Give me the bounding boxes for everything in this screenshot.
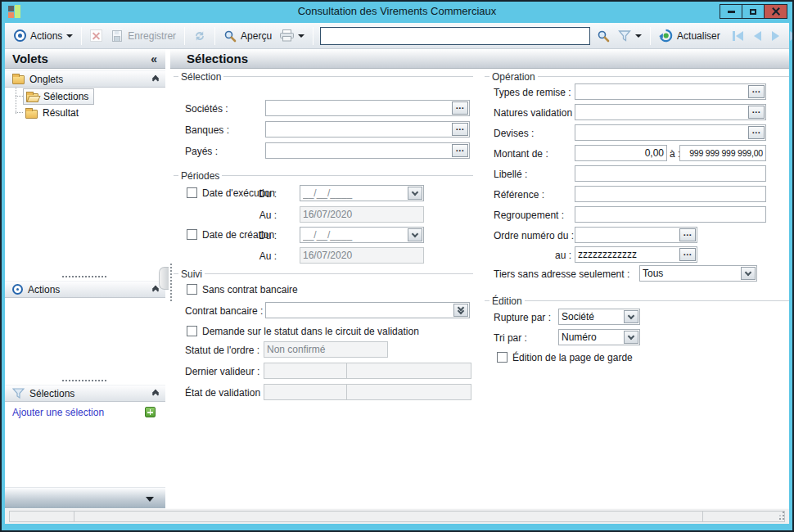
- reference-input[interactable]: [575, 186, 766, 202]
- filter-button[interactable]: [614, 25, 646, 47]
- panel-splitter-dots[interactable]: [62, 380, 106, 381]
- filter-chevron-icon: [635, 34, 642, 38]
- ordre-au-input[interactable]: [575, 247, 679, 262]
- refresh-button[interactable]: [189, 25, 210, 47]
- delete-button[interactable]: [86, 25, 106, 47]
- banques-browse-button[interactable]: ...: [452, 123, 468, 136]
- actualiser-button-label: Actualiser: [677, 30, 720, 42]
- nav-last-button[interactable]: [790, 31, 794, 41]
- au-label: Au :: [254, 210, 277, 221]
- payes-browse-button[interactable]: ...: [452, 144, 468, 157]
- regroupement-input[interactable]: [575, 206, 766, 223]
- search-button[interactable]: [593, 25, 614, 47]
- sans-contrat-checkbox[interactable]: [187, 284, 197, 295]
- nav-next-button[interactable]: [772, 31, 779, 41]
- nav-next-icon: [772, 31, 779, 41]
- natures-validation-browse-button[interactable]: ...: [748, 106, 765, 119]
- folder-icon: [25, 110, 38, 119]
- execution-date-checkbox[interactable]: [187, 187, 197, 198]
- rupture-dropdown-button[interactable]: [624, 310, 638, 323]
- section-selections-label: Sélections: [29, 388, 74, 399]
- demande-statut-checkbox[interactable]: [187, 326, 197, 336]
- execution-du-input[interactable]: [300, 186, 408, 201]
- ordre-du-input[interactable]: [575, 228, 679, 242]
- toolbar-separator: [313, 27, 314, 45]
- save-button[interactable]: Enregistrer: [106, 25, 180, 47]
- tri-dropdown-button[interactable]: [624, 331, 638, 344]
- tiers-sans-adresse-input[interactable]: [640, 266, 741, 281]
- collapse-chevron-up-icon[interactable]: [153, 286, 158, 293]
- maximize-icon: [750, 9, 756, 15]
- payes-input[interactable]: [266, 143, 452, 158]
- creation-au-input: [300, 247, 424, 264]
- actualiser-button[interactable]: Actualiser: [655, 25, 724, 47]
- section-onglets-header[interactable]: Onglets: [5, 70, 165, 88]
- contrat-bancaire-label: Contrat bancaire :: [185, 305, 263, 317]
- payes-field: ...: [265, 142, 470, 159]
- libelle-input[interactable]: [575, 165, 766, 182]
- devises-browse-button[interactable]: ...: [748, 126, 765, 139]
- nav-first-arrow-icon: [736, 31, 743, 41]
- creation-date-checkbox[interactable]: [187, 229, 197, 240]
- page-garde-checkbox[interactable]: [497, 352, 508, 363]
- panel-bottom-bar[interactable]: [5, 487, 165, 509]
- ordre-au-browse-button[interactable]: ...: [679, 248, 696, 261]
- actions-button[interactable]: Actions: [10, 25, 77, 47]
- ordre-du-browse-button[interactable]: ...: [679, 228, 696, 241]
- execution-du-dropdown-button[interactable]: [408, 187, 422, 200]
- types-remise-input[interactable]: [575, 84, 748, 99]
- page-title: Sélections: [187, 52, 248, 65]
- nav-first-button[interactable]: [733, 31, 743, 41]
- nav-previous-button[interactable]: [754, 31, 761, 41]
- tree-item-selections[interactable]: Sélections: [23, 88, 94, 105]
- libelle-label: Libellé :: [494, 169, 527, 180]
- rupture-par-input[interactable]: [559, 309, 624, 324]
- panel-collapse-button[interactable]: «: [151, 53, 157, 65]
- search-input[interactable]: [320, 27, 590, 45]
- window-title: Consultation des Virements Commerciaux: [2, 5, 792, 17]
- contrat-bancaire-input[interactable]: [266, 303, 453, 318]
- ordre-au-field: ...: [575, 246, 697, 263]
- panel-splitter-dots[interactable]: [62, 276, 106, 277]
- collapse-chevron-up-icon[interactable]: [153, 76, 158, 83]
- group-suivi: Suivi: [174, 268, 473, 279]
- tree-connector: [16, 96, 23, 97]
- resize-grip[interactable]: [783, 518, 784, 520]
- montant-de-label: Montant de :: [494, 148, 548, 160]
- preview-button[interactable]: Aperçu: [219, 25, 276, 47]
- etat-validation-code-input: [264, 384, 347, 400]
- tiers-dropdown-button[interactable]: [741, 267, 756, 280]
- minimize-button[interactable]: [720, 5, 742, 18]
- tri-par-input[interactable]: [559, 330, 624, 345]
- app-window: Consultation des Virements Commerciaux A…: [0, 0, 794, 532]
- close-button[interactable]: [765, 5, 787, 18]
- tri-par-label: Tri par :: [494, 332, 527, 344]
- status-bar: [5, 508, 789, 524]
- panel-splitter-handle[interactable]: [159, 267, 169, 290]
- montant-de-input[interactable]: [575, 145, 667, 161]
- open-folder-icon: [26, 93, 38, 102]
- natures-validation-input[interactable]: [575, 105, 748, 119]
- maximize-button[interactable]: [742, 5, 765, 18]
- au-label: Au :: [254, 250, 277, 262]
- add-selection-plus-button[interactable]: [145, 407, 156, 417]
- tree-connector: [16, 87, 16, 114]
- tree-item-resultat[interactable]: Résultat: [23, 106, 83, 120]
- collapse-chevron-up-icon[interactable]: [153, 390, 158, 397]
- group-selection: Sélection: [174, 71, 473, 82]
- add-selection-link[interactable]: Ajouter une sélection: [12, 407, 104, 418]
- creation-du-dropdown-button[interactable]: [408, 228, 422, 241]
- section-selections-header[interactable]: Sélections: [5, 385, 165, 402]
- print-button[interactable]: [276, 25, 309, 47]
- devises-input[interactable]: [575, 125, 748, 140]
- nav-previous-icon: [754, 31, 761, 41]
- types-remise-browse-button[interactable]: ...: [748, 85, 765, 98]
- group-operation: Opération: [485, 71, 789, 82]
- banques-input[interactable]: [266, 122, 452, 137]
- societes-input[interactable]: [266, 101, 452, 115]
- section-actions-header[interactable]: Actions: [5, 281, 165, 298]
- creation-du-input[interactable]: [300, 228, 408, 242]
- contrat-bancaire-dropdown-button[interactable]: [453, 304, 468, 317]
- montant-a-input[interactable]: [679, 145, 766, 161]
- societes-browse-button[interactable]: ...: [452, 101, 468, 115]
